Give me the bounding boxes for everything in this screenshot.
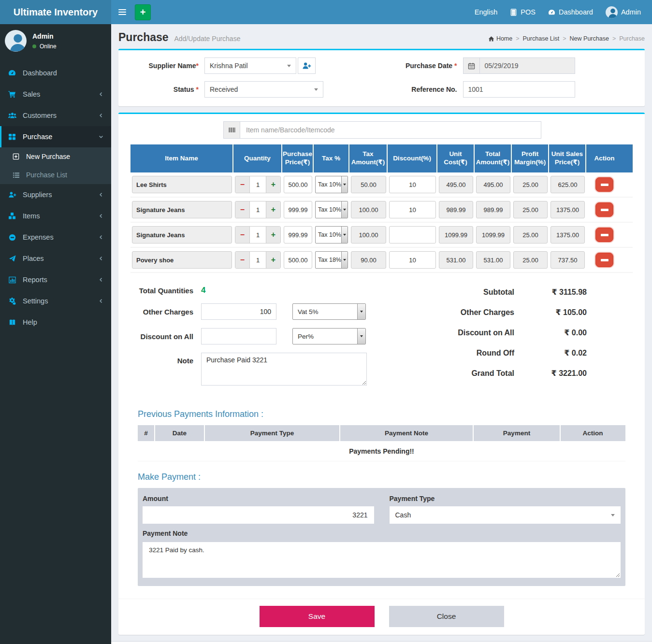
- discount-total-label: Discount on All: [458, 329, 514, 337]
- discount-input[interactable]: [389, 226, 436, 243]
- sidebar-item-purchase[interactable]: Purchase: [0, 126, 111, 147]
- remove-row-button[interactable]: [595, 177, 613, 192]
- payment-note-textarea[interactable]: 3221 Paid by cash.: [143, 542, 621, 578]
- discount-on-all-input[interactable]: [201, 328, 276, 344]
- purchase-date-input[interactable]: 05/29/2019: [479, 57, 575, 74]
- pos-icon: [510, 9, 517, 16]
- sidebar-item-dashboard[interactable]: Dashboard: [0, 62, 111, 84]
- sidebar-item-customers[interactable]: Customers: [0, 105, 111, 126]
- sidebar-item-suppliers[interactable]: Suppliers: [0, 184, 111, 205]
- tax-select[interactable]: Tax 10%: [315, 201, 348, 218]
- app-logo[interactable]: Ultimate Inventory: [0, 0, 111, 24]
- make-payment-panel: Amount Payment Type Cash Payment Note 32…: [138, 488, 625, 586]
- minus-circle-icon: [7, 234, 17, 241]
- qty-decrease-button[interactable]: −: [235, 176, 249, 193]
- profit-margin: 25.00: [513, 251, 548, 269]
- user-menu[interactable]: Admin: [599, 0, 647, 24]
- sidebar-toggle-button[interactable]: [111, 0, 133, 24]
- book-icon: [7, 319, 17, 326]
- sidebar-item-items[interactable]: Items: [0, 205, 111, 227]
- remove-row-button[interactable]: [595, 202, 613, 217]
- total-amount: 531.00: [476, 251, 510, 269]
- breadcrumb-purchase-list[interactable]: Purchase List: [523, 35, 560, 42]
- sidebar-item-purchase-list[interactable]: Purchase List: [0, 166, 111, 184]
- subtotal-label: Subtotal: [483, 288, 514, 297]
- avatar-icon: [606, 6, 618, 18]
- user-plus-icon: [302, 61, 311, 71]
- payment-amount-input[interactable]: [143, 506, 374, 524]
- qty-input[interactable]: [249, 227, 266, 243]
- qty-increase-button[interactable]: +: [266, 201, 280, 218]
- sidebar-item-sales[interactable]: Sales: [0, 84, 111, 105]
- discount-input[interactable]: [389, 251, 436, 269]
- qty-input[interactable]: [249, 201, 266, 218]
- purchase-price-input[interactable]: [284, 226, 312, 243]
- breadcrumb-new-purchase[interactable]: New Purchase: [570, 35, 609, 42]
- item-name: Povery shoe: [132, 251, 232, 269]
- chevron-down-icon: [98, 134, 104, 140]
- close-button[interactable]: Close: [389, 606, 504, 627]
- add-supplier-button[interactable]: [298, 57, 316, 74]
- discount-input[interactable]: [389, 176, 436, 193]
- purchase-items-box: Item Name Quantity Purchase Price(₹) Tax…: [118, 113, 645, 635]
- qty-increase-button[interactable]: +: [266, 252, 280, 268]
- supplier-select[interactable]: Krishna Patil: [204, 57, 296, 74]
- sidebar-item-reports[interactable]: Reports: [0, 269, 111, 290]
- other-charges-input[interactable]: [201, 303, 276, 320]
- qty-increase-button[interactable]: +: [266, 176, 280, 193]
- qty-decrease-button[interactable]: −: [235, 252, 249, 268]
- purchase-price-input[interactable]: [284, 176, 312, 193]
- payments-pending-message: Payments Pending!!: [138, 441, 625, 461]
- discount-type-select[interactable]: Per%: [292, 328, 366, 344]
- breadcrumb-home[interactable]: Home: [488, 35, 512, 42]
- pos-link[interactable]: POS: [504, 0, 542, 24]
- tax-select[interactable]: Tax 10%: [315, 226, 348, 243]
- quick-add-button[interactable]: +: [135, 4, 151, 20]
- dashboard-icon: [7, 69, 17, 77]
- remove-row-button[interactable]: [595, 228, 613, 242]
- note-textarea[interactable]: Purchase Paid 3221: [201, 353, 367, 386]
- remove-row-button[interactable]: [595, 253, 613, 267]
- navbar-right: English POS Dashboard Admin: [468, 0, 652, 24]
- qty-input[interactable]: [249, 252, 266, 268]
- save-button[interactable]: Save: [260, 606, 375, 627]
- users-icon: [7, 112, 17, 120]
- dashboard-icon: [548, 9, 555, 16]
- status-select[interactable]: Received: [204, 81, 323, 98]
- chevron-left-icon: [98, 213, 104, 219]
- tax-select[interactable]: Tax 10%: [315, 176, 348, 193]
- language-menu[interactable]: English: [468, 0, 504, 24]
- page-title: Purchase: [118, 31, 169, 43]
- discount-input[interactable]: [389, 201, 436, 218]
- barcode-icon: [223, 121, 240, 139]
- qty-decrease-button[interactable]: −: [235, 201, 249, 218]
- tax-select[interactable]: Tax 18%: [315, 251, 348, 269]
- sidebar-item-settings[interactable]: Settings: [0, 290, 111, 312]
- profit-margin: 25.00: [513, 176, 548, 193]
- payment-type-select[interactable]: Cash: [390, 506, 621, 524]
- tax-amount: 90.00: [351, 251, 386, 269]
- chevron-left-icon: [98, 234, 104, 240]
- sidebar-item-expenses[interactable]: Expenses: [0, 227, 111, 248]
- qty-increase-button[interactable]: +: [266, 227, 280, 243]
- caret-down-icon: [341, 201, 348, 218]
- item-search-group: [223, 121, 541, 139]
- caret-down-icon: [341, 176, 348, 193]
- qty-input[interactable]: [249, 176, 266, 193]
- other-charges-tax-select[interactable]: Vat 5%: [292, 303, 366, 320]
- item-search-input[interactable]: [240, 121, 541, 139]
- discount-total-value: ₹ 0.00: [514, 328, 587, 337]
- qty-decrease-button[interactable]: −: [235, 227, 249, 243]
- sidebar-item-places[interactable]: Places: [0, 248, 111, 269]
- sidebar-item-new-purchase[interactable]: New Purchase: [0, 147, 111, 166]
- reference-input[interactable]: [463, 81, 575, 98]
- amount-label: Amount: [143, 494, 374, 506]
- purchase-price-input[interactable]: [284, 251, 312, 269]
- other-charges-label: Other Charges: [130, 308, 201, 316]
- items-table-header: Item Name Quantity Purchase Price(₹) Tax…: [130, 144, 633, 172]
- dashboard-link[interactable]: Dashboard: [542, 0, 599, 24]
- other-charges-total-value: ₹ 105.00: [514, 308, 587, 317]
- previous-payments-heading: Previous Payments Information :: [138, 409, 625, 419]
- sidebar-item-help[interactable]: Help: [0, 312, 111, 333]
- purchase-price-input[interactable]: [284, 201, 312, 218]
